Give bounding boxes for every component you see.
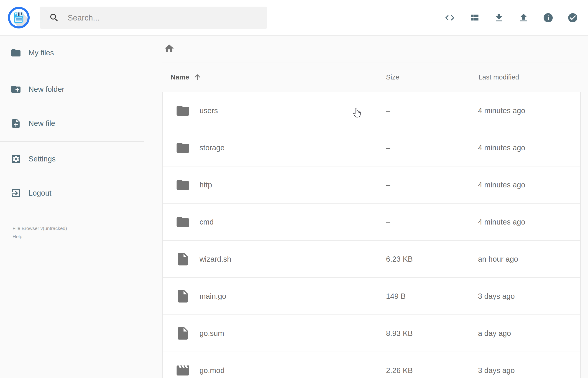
breadcrumb [164, 43, 581, 54]
download-button[interactable] [493, 12, 504, 23]
shell-button[interactable] [444, 12, 455, 23]
cell-name: main.go [163, 289, 386, 304]
cell-modified: 3 days ago [478, 366, 580, 375]
arrow-up-icon [193, 73, 202, 81]
cell-size: – [386, 106, 478, 115]
info-button[interactable] [542, 12, 554, 23]
sidebar-item-logout[interactable]: Logout [0, 176, 144, 210]
sidebar-menu: My filesNew folderNew fileSettingsLogout [0, 36, 144, 210]
cell-modified: 4 minutes ago [478, 181, 580, 189]
cell-name: go.sum [163, 326, 386, 341]
settings-icon [11, 153, 21, 164]
cell-size: 2.26 KB [386, 366, 478, 375]
cell-modified: a day ago [478, 329, 580, 338]
sidebar-item-label: New file [28, 119, 55, 128]
check-circle-icon [567, 12, 578, 23]
cell-name: http [163, 177, 386, 192]
item-name: users [200, 106, 218, 115]
app-logo-button[interactable] [8, 6, 30, 29]
search-bar[interactable] [40, 7, 267, 29]
select-multiple-button[interactable] [567, 12, 578, 23]
download-icon [494, 12, 504, 23]
cell-size: – [386, 218, 478, 226]
column-name-label: Name [171, 73, 189, 81]
home-breadcrumb-button[interactable] [164, 43, 175, 54]
item-name: go.sum [200, 329, 224, 338]
listing-row-go.mod[interactable]: go.mod2.26 KB3 days ago [163, 352, 580, 378]
new-file-icon [11, 118, 21, 129]
item-name: storage [200, 143, 225, 152]
cell-name: go.mod [163, 363, 386, 378]
cell-size: 6.23 KB [386, 255, 478, 263]
listing-header: Name Size Last modified [162, 62, 581, 92]
cell-modified: 3 days ago [478, 292, 580, 301]
movie-icon [175, 363, 190, 378]
cell-modified: 4 minutes ago [478, 106, 580, 115]
cell-modified: an hour ago [478, 255, 580, 263]
cell-name: storage [163, 140, 386, 155]
search-icon [49, 13, 59, 23]
cell-name: cmd [163, 215, 386, 230]
code-icon [444, 12, 455, 23]
file-icon [175, 289, 190, 304]
file-icon [175, 252, 190, 267]
sidebar-item-label: My files [28, 49, 54, 57]
folder-icon [11, 47, 21, 58]
search-icon [49, 13, 59, 23]
cell-size: 8.93 KB [386, 329, 478, 338]
listing-row-main.go[interactable]: main.go149 B3 days ago [163, 278, 580, 315]
item-name: main.go [200, 292, 226, 301]
floppy-disk-icon [8, 6, 30, 29]
column-header-modified[interactable]: Last modified [479, 73, 581, 81]
listing-row-http[interactable]: http–4 minutes ago [163, 166, 580, 203]
cell-modified: 4 minutes ago [478, 218, 580, 226]
folder-icon [175, 140, 190, 155]
sidebar-item-label: Logout [28, 189, 52, 197]
listing-row-wizard.sh[interactable]: wizard.sh6.23 KBan hour ago [163, 241, 580, 278]
upload-icon [518, 12, 529, 23]
sidebar-item-label: Settings [28, 155, 55, 163]
folder-icon [175, 177, 190, 192]
column-header-name[interactable]: Name [162, 73, 386, 81]
column-header-size[interactable]: Size [386, 73, 479, 81]
folder-icon [175, 103, 190, 118]
sidebar-footer: File Browser v(untracked) Help [0, 224, 144, 241]
file-listing: users–4 minutes agostorage–4 minutes ago… [162, 92, 581, 378]
sidebar-item-new-folder[interactable]: New folder [0, 72, 144, 106]
folder-icon [175, 215, 190, 230]
cell-size: – [386, 181, 478, 189]
search-input[interactable] [68, 13, 260, 22]
file-icon [175, 326, 190, 341]
sidebar: My filesNew folderNew fileSettingsLogout… [0, 36, 144, 378]
item-name: http [200, 181, 212, 189]
listing-row-users[interactable]: users–4 minutes ago [163, 92, 580, 129]
item-name: cmd [200, 218, 214, 226]
upload-button[interactable] [518, 12, 529, 23]
sort-ascending-icon [193, 73, 202, 81]
switch-view-button[interactable] [469, 12, 480, 23]
main-content: Name Size Last modified users–4 minutes … [144, 36, 588, 378]
help-link[interactable]: Help [13, 232, 22, 241]
header-actions [444, 12, 578, 23]
cell-modified: 4 minutes ago [478, 143, 580, 152]
listing-row-go.sum[interactable]: go.sum8.93 KBa day ago [163, 315, 580, 352]
info-icon [543, 12, 554, 23]
version-text: File Browser v(untracked) [13, 224, 144, 232]
cell-name: users [163, 103, 386, 118]
sidebar-item-settings[interactable]: Settings [0, 142, 144, 176]
cell-name: wizard.sh [163, 252, 386, 267]
content-area: My filesNew folderNew fileSettingsLogout… [0, 36, 588, 378]
new-folder-icon [11, 84, 21, 95]
listing-row-cmd[interactable]: cmd–4 minutes ago [163, 203, 580, 241]
top-bar [0, 0, 588, 36]
sidebar-item-new-file[interactable]: New file [0, 106, 144, 140]
grid-view-icon [469, 12, 480, 23]
listing-row-storage[interactable]: storage–4 minutes ago [163, 129, 580, 166]
sidebar-item-label: New folder [28, 85, 65, 94]
item-name: wizard.sh [200, 255, 231, 263]
sidebar-item-my-files[interactable]: My files [0, 36, 144, 70]
cell-size: 149 B [386, 292, 478, 301]
logout-icon [11, 188, 21, 199]
item-name: go.mod [200, 366, 225, 375]
cell-size: – [386, 143, 478, 152]
